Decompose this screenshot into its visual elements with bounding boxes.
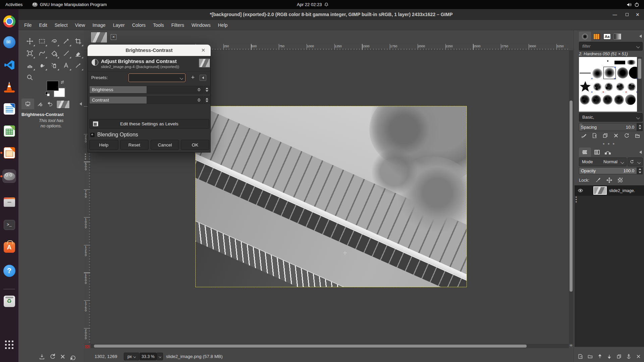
gimp-icon[interactable] [2,169,16,183]
reset-tool-options-button[interactable] [69,353,77,361]
vlc-icon[interactable] [2,80,16,94]
save-tool-preset-button[interactable] [38,353,46,361]
brush-item[interactable] [614,81,626,93]
menu-tools[interactable]: Tools [150,21,167,29]
warp-transform-tool[interactable] [36,48,48,59]
tab-patterns[interactable] [592,33,601,40]
edit-as-levels-button[interactable]: Edit these Settings as Levels [89,119,209,129]
new-layer-button[interactable] [578,354,583,359]
horizontal-scrollbar[interactable] [91,344,569,348]
new-group-button[interactable] [587,354,593,359]
clock-menu[interactable]: Apr 22 02:23 [297,0,329,9]
tab-undo-history[interactable] [46,100,54,108]
tool-options-menu-button[interactable] [78,101,83,107]
canvas-image[interactable] [195,106,467,287]
add-preset-button[interactable]: + [190,74,196,81]
restore-tool-preset-button[interactable] [49,353,57,361]
brush-item[interactable] [580,95,590,105]
free-select-tool[interactable] [48,36,60,47]
image-tab-close-icon[interactable]: ✕ [111,34,116,40]
spacing-slider[interactable]: Spacing 10.0 [579,123,637,131]
default-colors-icon[interactable] [45,92,50,97]
refresh-brushes-button[interactable] [623,132,630,139]
mode-group-button[interactable] [628,158,643,166]
cancel-button[interactable]: Cancel [151,140,179,150]
writer-icon[interactable] [2,102,16,116]
contrast-slider[interactable]: Contrast 0 [89,96,203,104]
brush-item[interactable] [602,94,614,106]
delete-brush-button[interactable] [612,132,620,139]
paintbrush-tool[interactable] [60,48,72,59]
horizontal-scrollbar-thumb[interactable] [94,345,527,348]
tab-paths[interactable] [603,148,612,156]
delete-layer-button[interactable] [636,354,641,359]
panel-resize-grip[interactable]: ●●● [85,153,86,160]
brush-item[interactable] [592,82,602,92]
foreground-color-swatch[interactable] [47,81,58,90]
restore-button[interactable] [624,12,630,18]
bucket-fill-tool[interactable] [48,48,60,59]
lower-layer-button[interactable] [606,354,612,359]
tab-fonts[interactable]: Aa [602,33,612,40]
blending-options-expander[interactable]: Blending Options [90,132,138,137]
brightness-slider[interactable]: Brightness 0 [89,86,203,94]
trash-icon[interactable]: ♻ [2,294,16,308]
brush-item[interactable] [614,61,625,64]
preset-menu-button[interactable] [200,75,206,81]
lock-alpha-icon[interactable] [618,178,623,182]
quick-mask-toggle[interactable] [84,344,91,348]
vscode-icon[interactable] [2,58,16,72]
tab-device-status[interactable] [36,100,44,108]
menu-windows[interactable]: Windows [189,21,214,29]
activities-button[interactable]: Activities [5,0,22,9]
tab-layers[interactable] [579,147,591,157]
zoom-value[interactable]: 33.3 % [140,353,157,360]
layer-row[interactable]: slide2_image. [575,185,644,196]
brush-item[interactable] [626,60,636,65]
opacity-slider[interactable]: Opacity 100.0 [579,167,637,174]
navigation-button[interactable] [569,344,574,348]
smudge-tool[interactable] [36,60,48,71]
edit-brush-button[interactable] [580,132,587,139]
brush-item[interactable] [607,60,608,62]
menu-view[interactable]: View [72,21,88,29]
zoom-dropdown-icon[interactable] [157,353,163,360]
eraser-tool[interactable] [72,48,84,59]
vertical-scrollbar-thumb[interactable] [570,101,573,292]
system-status-area[interactable] [627,0,639,9]
menu-colors[interactable]: Colors [129,21,149,29]
airbrush-tool[interactable] [48,60,60,71]
brush-item[interactable] [589,93,604,107]
delete-tool-preset-button[interactable] [59,353,67,361]
app-grid-icon[interactable] [2,338,16,352]
minimize-button[interactable]: — [612,12,618,18]
tab-tool-options[interactable] [21,99,34,109]
brush-item[interactable] [617,67,628,78]
menu-select[interactable]: Select [52,21,71,29]
contrast-spinner[interactable] [204,96,210,104]
tab-brushes[interactable] [579,32,591,41]
tab-image-thumbnail[interactable] [56,100,70,109]
close-button[interactable]: × [635,12,641,18]
help-icon[interactable]: ? [2,264,16,278]
presets-dropdown[interactable] [128,73,185,82]
duplicate-brush-button[interactable] [601,132,609,139]
move-tool[interactable] [24,36,36,47]
anchor-layer-button[interactable] [626,354,632,359]
brush-tag-dropdown[interactable]: Basic, [579,113,643,122]
dialog-close-icon[interactable]: ✕ [200,47,207,54]
opacity-spinner[interactable] [637,167,643,174]
menu-layer[interactable]: Layer [110,21,128,29]
duplicate-layer-button[interactable] [616,354,622,359]
tab-gradients[interactable] [613,33,622,40]
lock-pixels-icon[interactable] [595,177,601,183]
vertical-scrollbar[interactable] [569,50,573,344]
terminal-icon[interactable]: >_ [2,218,16,232]
layer-mode-dropdown[interactable]: Mode Normal [579,158,627,166]
tab-channels[interactable] [592,148,602,156]
brush-item[interactable] [625,95,636,105]
menu-file[interactable]: File [21,21,35,29]
software-icon[interactable]: A [2,240,16,254]
dialog-titlebar[interactable]: Brightness-Contrast ✕ [88,45,211,56]
raise-layer-button[interactable] [597,354,603,359]
